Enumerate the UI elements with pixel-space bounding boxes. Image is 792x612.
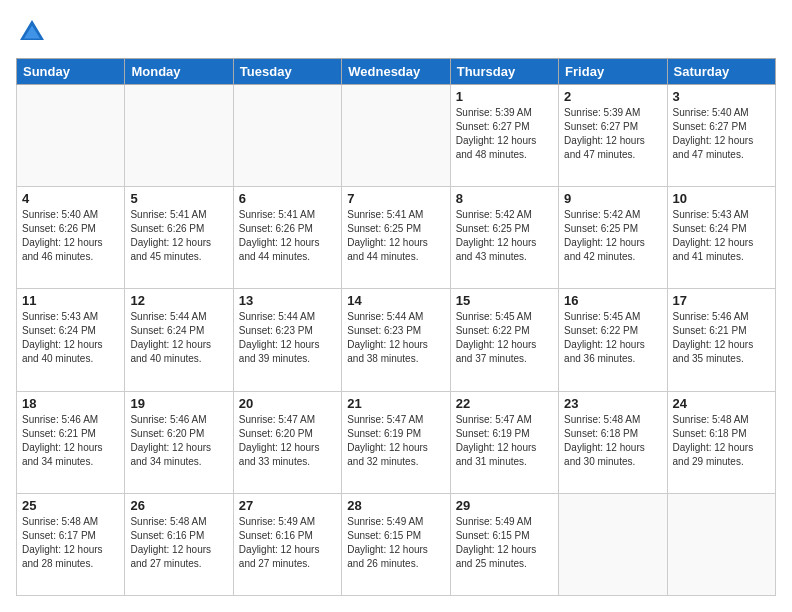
weekday-monday: Monday [125, 59, 233, 85]
calendar-cell: 24Sunrise: 5:48 AM Sunset: 6:18 PM Dayli… [667, 391, 775, 493]
day-info: Sunrise: 5:42 AM Sunset: 6:25 PM Dayligh… [564, 208, 661, 264]
calendar-cell [667, 493, 775, 595]
weekday-tuesday: Tuesday [233, 59, 341, 85]
calendar-cell: 29Sunrise: 5:49 AM Sunset: 6:15 PM Dayli… [450, 493, 558, 595]
day-number: 21 [347, 396, 444, 411]
day-info: Sunrise: 5:44 AM Sunset: 6:24 PM Dayligh… [130, 310, 227, 366]
day-number: 4 [22, 191, 119, 206]
calendar-cell: 16Sunrise: 5:45 AM Sunset: 6:22 PM Dayli… [559, 289, 667, 391]
calendar-cell: 13Sunrise: 5:44 AM Sunset: 6:23 PM Dayli… [233, 289, 341, 391]
week-row-4: 25Sunrise: 5:48 AM Sunset: 6:17 PM Dayli… [17, 493, 776, 595]
calendar-cell: 27Sunrise: 5:49 AM Sunset: 6:16 PM Dayli… [233, 493, 341, 595]
day-number: 6 [239, 191, 336, 206]
calendar-cell [342, 85, 450, 187]
weekday-sunday: Sunday [17, 59, 125, 85]
day-info: Sunrise: 5:40 AM Sunset: 6:27 PM Dayligh… [673, 106, 770, 162]
week-row-1: 4Sunrise: 5:40 AM Sunset: 6:26 PM Daylig… [17, 187, 776, 289]
weekday-wednesday: Wednesday [342, 59, 450, 85]
calendar: SundayMondayTuesdayWednesdayThursdayFrid… [16, 58, 776, 596]
calendar-cell: 9Sunrise: 5:42 AM Sunset: 6:25 PM Daylig… [559, 187, 667, 289]
day-number: 16 [564, 293, 661, 308]
weekday-thursday: Thursday [450, 59, 558, 85]
calendar-cell: 26Sunrise: 5:48 AM Sunset: 6:16 PM Dayli… [125, 493, 233, 595]
day-info: Sunrise: 5:49 AM Sunset: 6:16 PM Dayligh… [239, 515, 336, 571]
week-row-3: 18Sunrise: 5:46 AM Sunset: 6:21 PM Dayli… [17, 391, 776, 493]
calendar-cell: 2Sunrise: 5:39 AM Sunset: 6:27 PM Daylig… [559, 85, 667, 187]
calendar-cell: 12Sunrise: 5:44 AM Sunset: 6:24 PM Dayli… [125, 289, 233, 391]
day-info: Sunrise: 5:41 AM Sunset: 6:26 PM Dayligh… [239, 208, 336, 264]
calendar-cell: 14Sunrise: 5:44 AM Sunset: 6:23 PM Dayli… [342, 289, 450, 391]
calendar-cell: 19Sunrise: 5:46 AM Sunset: 6:20 PM Dayli… [125, 391, 233, 493]
day-info: Sunrise: 5:49 AM Sunset: 6:15 PM Dayligh… [456, 515, 553, 571]
day-number: 25 [22, 498, 119, 513]
logo-icon [16, 16, 48, 48]
calendar-cell: 28Sunrise: 5:49 AM Sunset: 6:15 PM Dayli… [342, 493, 450, 595]
day-info: Sunrise: 5:41 AM Sunset: 6:25 PM Dayligh… [347, 208, 444, 264]
weekday-friday: Friday [559, 59, 667, 85]
day-number: 19 [130, 396, 227, 411]
calendar-cell [17, 85, 125, 187]
day-number: 7 [347, 191, 444, 206]
calendar-cell: 22Sunrise: 5:47 AM Sunset: 6:19 PM Dayli… [450, 391, 558, 493]
day-info: Sunrise: 5:46 AM Sunset: 6:21 PM Dayligh… [22, 413, 119, 469]
day-number: 15 [456, 293, 553, 308]
calendar-cell: 20Sunrise: 5:47 AM Sunset: 6:20 PM Dayli… [233, 391, 341, 493]
weekday-header-row: SundayMondayTuesdayWednesdayThursdayFrid… [17, 59, 776, 85]
calendar-cell [125, 85, 233, 187]
day-number: 13 [239, 293, 336, 308]
day-number: 24 [673, 396, 770, 411]
calendar-cell: 17Sunrise: 5:46 AM Sunset: 6:21 PM Dayli… [667, 289, 775, 391]
calendar-cell: 21Sunrise: 5:47 AM Sunset: 6:19 PM Dayli… [342, 391, 450, 493]
day-number: 27 [239, 498, 336, 513]
calendar-cell: 8Sunrise: 5:42 AM Sunset: 6:25 PM Daylig… [450, 187, 558, 289]
calendar-cell: 18Sunrise: 5:46 AM Sunset: 6:21 PM Dayli… [17, 391, 125, 493]
day-info: Sunrise: 5:44 AM Sunset: 6:23 PM Dayligh… [347, 310, 444, 366]
day-info: Sunrise: 5:49 AM Sunset: 6:15 PM Dayligh… [347, 515, 444, 571]
header [16, 16, 776, 48]
day-number: 3 [673, 89, 770, 104]
day-number: 2 [564, 89, 661, 104]
day-number: 12 [130, 293, 227, 308]
logo [16, 16, 52, 48]
day-info: Sunrise: 5:48 AM Sunset: 6:18 PM Dayligh… [673, 413, 770, 469]
day-info: Sunrise: 5:39 AM Sunset: 6:27 PM Dayligh… [564, 106, 661, 162]
day-info: Sunrise: 5:43 AM Sunset: 6:24 PM Dayligh… [22, 310, 119, 366]
day-info: Sunrise: 5:41 AM Sunset: 6:26 PM Dayligh… [130, 208, 227, 264]
day-number: 11 [22, 293, 119, 308]
day-info: Sunrise: 5:47 AM Sunset: 6:19 PM Dayligh… [347, 413, 444, 469]
week-row-0: 1Sunrise: 5:39 AM Sunset: 6:27 PM Daylig… [17, 85, 776, 187]
day-number: 1 [456, 89, 553, 104]
day-info: Sunrise: 5:48 AM Sunset: 6:18 PM Dayligh… [564, 413, 661, 469]
calendar-cell: 5Sunrise: 5:41 AM Sunset: 6:26 PM Daylig… [125, 187, 233, 289]
calendar-cell: 1Sunrise: 5:39 AM Sunset: 6:27 PM Daylig… [450, 85, 558, 187]
day-info: Sunrise: 5:46 AM Sunset: 6:20 PM Dayligh… [130, 413, 227, 469]
calendar-cell [559, 493, 667, 595]
day-info: Sunrise: 5:40 AM Sunset: 6:26 PM Dayligh… [22, 208, 119, 264]
calendar-cell: 7Sunrise: 5:41 AM Sunset: 6:25 PM Daylig… [342, 187, 450, 289]
day-number: 29 [456, 498, 553, 513]
calendar-cell: 4Sunrise: 5:40 AM Sunset: 6:26 PM Daylig… [17, 187, 125, 289]
day-number: 9 [564, 191, 661, 206]
day-number: 10 [673, 191, 770, 206]
day-info: Sunrise: 5:39 AM Sunset: 6:27 PM Dayligh… [456, 106, 553, 162]
calendar-cell: 11Sunrise: 5:43 AM Sunset: 6:24 PM Dayli… [17, 289, 125, 391]
calendar-cell: 25Sunrise: 5:48 AM Sunset: 6:17 PM Dayli… [17, 493, 125, 595]
calendar-cell: 10Sunrise: 5:43 AM Sunset: 6:24 PM Dayli… [667, 187, 775, 289]
calendar-cell: 15Sunrise: 5:45 AM Sunset: 6:22 PM Dayli… [450, 289, 558, 391]
page: SundayMondayTuesdayWednesdayThursdayFrid… [0, 0, 792, 612]
day-info: Sunrise: 5:43 AM Sunset: 6:24 PM Dayligh… [673, 208, 770, 264]
day-info: Sunrise: 5:46 AM Sunset: 6:21 PM Dayligh… [673, 310, 770, 366]
calendar-cell: 6Sunrise: 5:41 AM Sunset: 6:26 PM Daylig… [233, 187, 341, 289]
day-number: 17 [673, 293, 770, 308]
day-info: Sunrise: 5:47 AM Sunset: 6:19 PM Dayligh… [456, 413, 553, 469]
calendar-cell: 3Sunrise: 5:40 AM Sunset: 6:27 PM Daylig… [667, 85, 775, 187]
day-info: Sunrise: 5:44 AM Sunset: 6:23 PM Dayligh… [239, 310, 336, 366]
day-number: 23 [564, 396, 661, 411]
day-info: Sunrise: 5:45 AM Sunset: 6:22 PM Dayligh… [456, 310, 553, 366]
calendar-cell: 23Sunrise: 5:48 AM Sunset: 6:18 PM Dayli… [559, 391, 667, 493]
day-number: 5 [130, 191, 227, 206]
day-info: Sunrise: 5:42 AM Sunset: 6:25 PM Dayligh… [456, 208, 553, 264]
week-row-2: 11Sunrise: 5:43 AM Sunset: 6:24 PM Dayli… [17, 289, 776, 391]
day-info: Sunrise: 5:45 AM Sunset: 6:22 PM Dayligh… [564, 310, 661, 366]
day-number: 28 [347, 498, 444, 513]
